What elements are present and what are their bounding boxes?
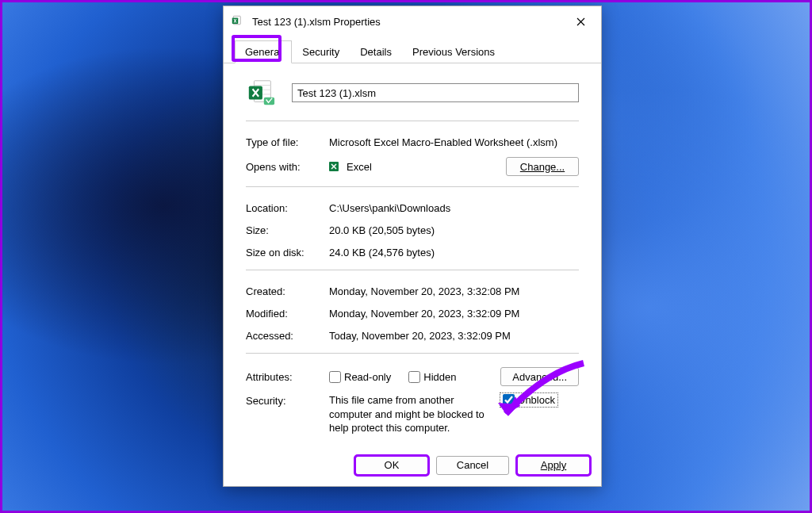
close-button[interactable] [565, 10, 596, 33]
titlebar: Test 123 (1).xlsm Properties [224, 6, 601, 36]
opens-with-value: Excel [347, 161, 372, 173]
created-label: Created: [246, 285, 329, 297]
cancel-button[interactable]: Cancel [436, 456, 509, 475]
tab-previous-versions[interactable]: Previous Versions [402, 40, 505, 63]
excel-app-icon [329, 160, 342, 173]
tab-general[interactable]: General [235, 40, 292, 63]
file-xlsm-icon [232, 14, 246, 29]
size-value: 20.0 KB (20,505 bytes) [329, 224, 579, 236]
location-value: C:\Users\panki\Downloads [329, 202, 579, 214]
accessed-value: Today, November 20, 2023, 3:32:09 PM [329, 330, 579, 342]
advanced-button[interactable]: Advanced... [500, 367, 579, 386]
security-label: Security: [246, 393, 329, 407]
divider [246, 270, 579, 270]
unblock-checkbox[interactable]: Unblock [500, 393, 557, 407]
attributes-label: Attributes: [246, 371, 329, 383]
tab-details[interactable]: Details [350, 40, 402, 63]
hidden-checkbox[interactable]: Hidden [408, 371, 456, 383]
location-label: Location: [246, 202, 329, 214]
divider [246, 186, 579, 187]
ok-button[interactable]: OK [355, 456, 428, 475]
modified-value: Monday, November 20, 2023, 3:32:09 PM [329, 308, 579, 320]
filename-input[interactable] [292, 83, 579, 102]
size-label: Size: [246, 224, 329, 236]
readonly-label: Read-only [344, 371, 391, 383]
opens-with-label: Opens with: [246, 161, 329, 173]
type-value: Microsoft Excel Macro-Enabled Worksheet … [329, 136, 579, 148]
created-value: Monday, November 20, 2023, 3:32:08 PM [329, 285, 579, 297]
divider [246, 353, 579, 354]
modified-label: Modified: [246, 308, 329, 320]
size-on-disk-label: Size on disk: [246, 247, 329, 258]
readonly-checkbox[interactable]: Read-only [329, 371, 391, 383]
tab-security[interactable]: Security [292, 40, 350, 63]
general-tab-content: Type of file: Microsoft Excel Macro-Enab… [224, 63, 601, 446]
hidden-label: Hidden [423, 371, 456, 383]
change-button[interactable]: Change... [506, 157, 579, 176]
size-on-disk-value: 24.0 KB (24,576 bytes) [329, 247, 579, 258]
properties-dialog: Test 123 (1).xlsm Properties General Sec… [223, 6, 602, 487]
tab-bar: General Security Details Previous Versio… [224, 36, 601, 63]
accessed-label: Accessed: [246, 330, 329, 342]
file-type-icon [246, 78, 276, 108]
divider [246, 121, 579, 121]
close-icon [576, 17, 585, 26]
window-title: Test 123 (1).xlsm Properties [252, 16, 565, 28]
type-label: Type of file: [246, 136, 329, 148]
dialog-footer: OK Cancel Apply [224, 446, 601, 486]
security-message: This file came from another computer and… [329, 393, 496, 435]
unblock-label: Unblock [518, 394, 555, 406]
apply-button[interactable]: Apply [517, 456, 590, 475]
